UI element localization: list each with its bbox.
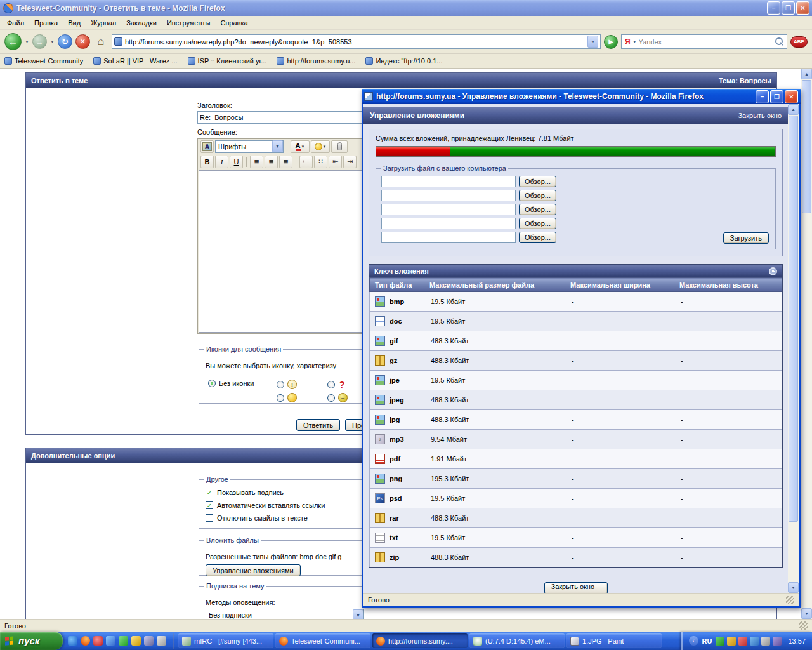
outdent-icon[interactable]	[329, 156, 342, 168]
forward-button[interactable]	[32, 34, 47, 49]
browse-button[interactable]: Обзор...	[519, 190, 556, 201]
collapse-icon[interactable]	[769, 267, 777, 275]
menu-item[interactable]: Справка	[215, 17, 252, 29]
internet-explorer-icon[interactable]	[68, 636, 77, 646]
forward-history-dropdown-icon[interactable]	[50, 39, 55, 44]
main-vertical-scrollbar[interactable]	[801, 69, 812, 619]
taskbar-window-button[interactable]: mIRC - [#sumy [443...	[178, 633, 273, 648]
language-indicator[interactable]: RU	[702, 637, 712, 645]
file-path-input[interactable]	[381, 190, 516, 201]
unordered-list-icon[interactable]	[314, 156, 327, 168]
messenger-tray-icon[interactable]	[773, 637, 782, 646]
media-player-icon[interactable]	[131, 636, 141, 646]
menu-item[interactable]: Журнал	[86, 17, 121, 29]
taskbar-window-button[interactable]: 1.JPG - Paint	[566, 633, 662, 648]
address-dropdown-button[interactable]	[587, 36, 598, 48]
popup-maximize-button[interactable]	[770, 90, 783, 103]
smilies-button[interactable]	[311, 140, 330, 153]
resize-grip[interactable]	[786, 596, 794, 604]
menu-item[interactable]: Закладки	[121, 17, 162, 29]
opera-icon[interactable]	[93, 636, 103, 646]
alert-icon[interactable]	[738, 637, 747, 646]
browse-button[interactable]: Обзор...	[519, 232, 556, 243]
taskbar-window-button[interactable]: (U:7.4 D:145.4) eM...	[469, 633, 565, 648]
align-right-icon[interactable]	[279, 156, 292, 168]
ordered-list-icon[interactable]	[299, 156, 313, 168]
scrollbar-thumb[interactable]	[789, 116, 798, 522]
underline-button[interactable]: U	[230, 156, 243, 168]
no-icon-radio[interactable]	[208, 380, 216, 387]
bookmark-item[interactable]: ISP :: Клиентский уг...	[188, 57, 267, 65]
scroll-down-icon[interactable]	[788, 582, 799, 593]
font-select[interactable]: Шрифты	[215, 140, 284, 153]
menu-item[interactable]: Вид	[63, 17, 86, 29]
resize-grip[interactable]	[799, 621, 808, 630]
search-magnifier-icon[interactable]	[775, 37, 783, 46]
editor-mode-icon[interactable]	[200, 140, 214, 153]
maximize-button[interactable]	[782, 1, 795, 15]
upload-button[interactable]: Загрузить	[723, 232, 769, 244]
home-button[interactable]	[93, 34, 108, 50]
icon-radio[interactable]	[277, 394, 284, 402]
notification-method-select[interactable]: Без подписки	[206, 609, 364, 619]
close-window-link[interactable]: Закрыть окно	[738, 112, 782, 119]
align-left-icon[interactable]	[250, 156, 263, 168]
antivirus-shield-icon[interactable]	[716, 637, 724, 646]
menu-item[interactable]: Файл	[2, 17, 29, 29]
go-button[interactable]	[604, 35, 618, 49]
address-input[interactable]	[125, 36, 585, 47]
browse-button[interactable]: Обзор...	[519, 218, 556, 229]
checkbox[interactable]	[206, 501, 213, 509]
file-path-input[interactable]	[381, 232, 516, 243]
messenger-icon[interactable]	[119, 636, 128, 646]
explorer-icon[interactable]	[144, 636, 154, 646]
file-path-input[interactable]	[381, 176, 516, 187]
back-button[interactable]	[4, 33, 22, 50]
back-history-dropdown-icon[interactable]	[25, 39, 29, 44]
bookmark-item[interactable]: http://forums.sumy.u...	[277, 57, 355, 65]
browse-button[interactable]: Обзор...	[519, 176, 556, 187]
checkbox[interactable]	[206, 489, 213, 496]
start-button[interactable]: пуск	[0, 632, 63, 650]
network-icon[interactable]	[750, 637, 759, 646]
volume-icon[interactable]	[761, 637, 770, 646]
bookmark-item[interactable]: SoLaR || VIP - Warez ...	[93, 57, 177, 65]
close-window-button[interactable]: Закрыть окно	[544, 582, 608, 593]
show-desktop-icon[interactable]	[157, 636, 166, 646]
reload-button[interactable]	[58, 34, 72, 49]
search-input[interactable]	[639, 36, 773, 47]
popup-minimize-button[interactable]	[756, 90, 769, 103]
bookmark-item[interactable]: Индекс "ftp://10.0.1...	[365, 57, 442, 65]
menu-item[interactable]: Инструменты	[162, 17, 216, 29]
scroll-up-icon[interactable]	[788, 104, 799, 115]
align-center-icon[interactable]	[265, 156, 278, 168]
taskbar-window-button[interactable]: http://forums.sumy....	[372, 633, 468, 648]
browse-button[interactable]: Обзор...	[519, 204, 556, 215]
checkbox[interactable]	[206, 514, 213, 522]
adblock-plus-icon[interactable]: ABP	[790, 36, 808, 48]
attachment-button[interactable]	[331, 140, 348, 153]
main-window-titlebar[interactable]: Telesweet-Community - Ответить в теме - …	[0, 0, 812, 16]
file-path-input[interactable]	[381, 204, 516, 215]
font-color-button[interactable]: A	[291, 140, 310, 153]
search-engine-dropdown-icon[interactable]	[632, 39, 637, 44]
close-button[interactable]	[796, 1, 809, 15]
indent-icon[interactable]	[343, 156, 357, 168]
firefox-icon[interactable]	[81, 636, 90, 646]
email-icon[interactable]	[106, 636, 115, 646]
popup-vertical-scrollbar[interactable]	[788, 104, 799, 593]
manage-attachments-button[interactable]: Управление вложениями	[206, 564, 301, 576]
stop-button[interactable]	[75, 34, 90, 49]
bookmark-item[interactable]: Telesweet-Community	[4, 57, 83, 65]
taskbar-window-button[interactable]: Telesweet-Communi...	[275, 633, 370, 648]
scrollbar-thumb[interactable]	[802, 80, 811, 213]
popup-close-button[interactable]	[785, 90, 798, 103]
icon-radio[interactable]	[277, 381, 284, 388]
icon-radio[interactable]	[327, 381, 335, 388]
italic-button[interactable]: I	[215, 156, 228, 168]
tray-chevron-icon[interactable]	[689, 636, 698, 646]
submit-reply-button[interactable]: Ответить	[296, 419, 340, 431]
popup-titlebar[interactable]: http://forums.sumy.ua - Управление вложе…	[362, 89, 801, 104]
bold-button[interactable]: B	[200, 156, 214, 168]
scheduler-icon[interactable]	[727, 637, 736, 646]
